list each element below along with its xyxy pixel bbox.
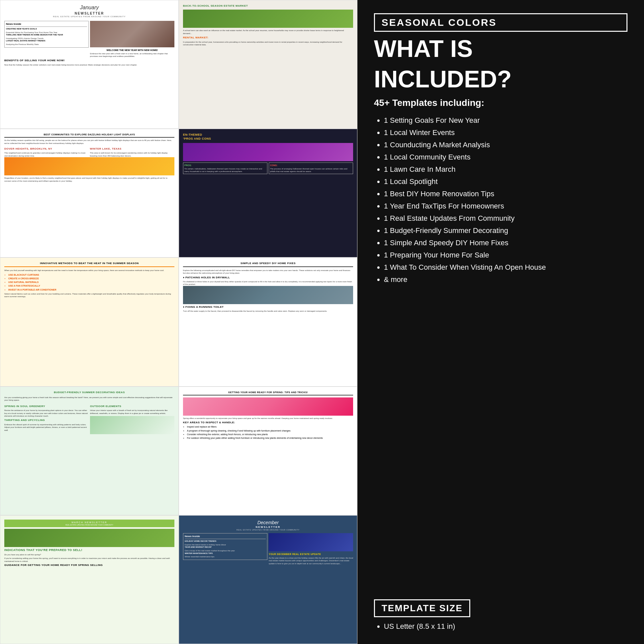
size-badge: TEMPLATE SIZE bbox=[374, 599, 470, 617]
template-card-budget: BUDGET-FRIENDLY SUMMER DECORATING IDEAS … bbox=[0, 387, 179, 515]
march-sub: REAL ESTATE UPDATES FROM AROUND YOUR COM… bbox=[6, 524, 173, 526]
template-card-heat: INNOVATIVE METHODS TO BEAT THE HEAT IN T… bbox=[0, 257, 179, 386]
seasonal-badge: SEASONAL COLORS bbox=[374, 13, 627, 32]
news-item-1: CREATING NEW YEAR'S GOALS bbox=[6, 28, 87, 30]
budget-title: BUDGET-FRIENDLY SUMMER DECORATING IDEAS bbox=[4, 391, 174, 394]
january-newsletter-label: NEWSLETTER bbox=[4, 11, 174, 16]
diy-title: SIMPLE AND SPEEDY DIY HOME FIXES bbox=[183, 262, 353, 267]
budget-image bbox=[90, 416, 174, 434]
template-item-3: 1 Local Community Events bbox=[384, 152, 627, 162]
template-card-holiday: BEST COMMUNITIES TO EXPLORE DAZZLING HOL… bbox=[0, 129, 179, 257]
template-item-12: 1 What To Consider When Visting An Open … bbox=[384, 262, 627, 273]
template-item-1: 1 Local Winter Events bbox=[384, 127, 627, 138]
heat-bullets: USE BLACKOUT CURTAINS CREATE A CROSS-BRE… bbox=[4, 273, 174, 291]
spring-bullets: Inspect and replace air filters A progra… bbox=[183, 425, 353, 439]
template-card-sell: MARCH NEWSLETTER REAL ESTATE UPDATES FRO… bbox=[0, 515, 179, 644]
jan-benefits-title: BENEFITS OF SELLING YOUR HOME NOW! bbox=[4, 59, 174, 62]
template-item-6: 1 Best DIY Home Renovation Tips bbox=[384, 188, 627, 199]
template-item-11: 1 Preparing Your Home For Sale bbox=[384, 250, 627, 260]
size-list: US Letter (8.5 x 11 in) bbox=[374, 622, 627, 631]
december-article-title: YOUR DECEMBER REAL ESTATE UPDATE bbox=[269, 553, 353, 556]
right-panel: SEASONAL COLORS WHAT IS INCLUDED? 45+ Te… bbox=[357, 0, 644, 644]
holiday-title: BEST COMMUNITIES TO EXPLORE DAZZLING HOL… bbox=[4, 133, 174, 138]
jan-body: Embrace the new year with a fresh start … bbox=[90, 52, 174, 58]
template-card-january: January NEWSLETTER REAL ESTATE UPDATES F… bbox=[0, 0, 179, 129]
jan-hero-image bbox=[90, 21, 174, 47]
template-item-0: 1 Setting Goals For New Year bbox=[384, 115, 627, 126]
template-card-pros-cons: EN-THEMED'PROS AND CONS PROS: Tin certai… bbox=[179, 129, 357, 257]
template-list: 1 Setting Goals For New Year 1 Local Win… bbox=[374, 115, 627, 589]
template-card-december: December NEWSLETTER REAL ESTATE UPDATES … bbox=[179, 515, 357, 644]
template-item-10: 1 Simple And Speedy DIY Home Fixes bbox=[384, 237, 627, 248]
december-image bbox=[269, 533, 353, 551]
what-is-included-heading: WHAT IS INCLUDED? bbox=[374, 37, 627, 98]
diy-image bbox=[183, 286, 353, 304]
indications-title: INDICATIONS THAT YOU'RE PREPARED TO SELL… bbox=[4, 548, 174, 552]
march-image bbox=[4, 529, 174, 547]
template-card-spring: GETTING YOUR HOME READY FOR SPRING: TIPS… bbox=[179, 387, 357, 515]
template-item-9: 1 Budget-Friendly Summer Decorating bbox=[384, 225, 627, 236]
pros-cons-title: EN-THEMED'PROS AND CONS bbox=[183, 133, 353, 141]
december-newsletter: NEWSLETTER bbox=[183, 526, 353, 529]
heat-title: INNOVATIVE METHODS TO BEAT THE HEAT IN T… bbox=[4, 262, 174, 267]
template-item-5: 1 Local Spotlight bbox=[384, 176, 627, 187]
march-label: MARCH NEWSLETTER bbox=[6, 521, 173, 524]
news-inside-title: News Inside bbox=[6, 23, 87, 27]
backtoschool-body: A school term can also exert an influenc… bbox=[183, 29, 353, 35]
spring-image bbox=[183, 397, 353, 416]
template-item-4: 1 Lawn Care In March bbox=[384, 164, 627, 175]
template-item-2: 1 Counducting A Market Analysis bbox=[384, 139, 627, 150]
left-panel: January NEWSLETTER REAL ESTATE UPDATES F… bbox=[0, 0, 357, 644]
spring-title: GETTING YOUR HOME READY FOR SPRING: TIPS… bbox=[183, 391, 353, 395]
pros-cons-image bbox=[183, 143, 353, 161]
december-month: December bbox=[183, 520, 353, 526]
size-item-0: US Letter (8.5 x 11 in) bbox=[384, 622, 627, 631]
size-label: TEMPLATE SIZE bbox=[382, 603, 463, 613]
december-sub: REAL ESTATE UPDATES FROM AROUND YOUR COM… bbox=[183, 529, 353, 531]
template-item-7: 1 Year End TaxTips For Homeowners bbox=[384, 201, 627, 211]
template-card-backtoschool: BACK-TO-SCHOOL SEASON ESTATE MARKET A sc… bbox=[179, 0, 357, 129]
backtoschool-image bbox=[183, 10, 353, 28]
template-size-section: TEMPLATE SIZE US Letter (8.5 x 11 in) bbox=[374, 599, 627, 631]
template-item-8: 1 Real Estate Updates From Community bbox=[384, 213, 627, 224]
what-is-text: WHAT IS bbox=[374, 37, 627, 61]
included-text: INCLUDED? bbox=[374, 67, 627, 91]
january-month: January bbox=[4, 4, 174, 11]
backtoschool-title: BACK-TO-SCHOOL SEASON ESTATE MARKET bbox=[183, 4, 353, 8]
holiday-image bbox=[4, 157, 174, 175]
jan-welcome: WELCOME THE NEW YEAR WITH NEW HOME! bbox=[90, 49, 174, 52]
template-card-diy: SIMPLE AND SPEEDY DIY HOME FIXES Explore… bbox=[179, 257, 357, 386]
seasonal-label: SEASONAL COLORS bbox=[382, 17, 497, 28]
template-item-13: & more bbox=[384, 274, 627, 285]
january-sub: REAL ESTATE UPDATES FROM AROUND YOUR COM… bbox=[4, 16, 174, 18]
templates-count: 45+ Templates including: bbox=[374, 98, 627, 108]
rental-market-title: Rental market: bbox=[183, 36, 353, 39]
